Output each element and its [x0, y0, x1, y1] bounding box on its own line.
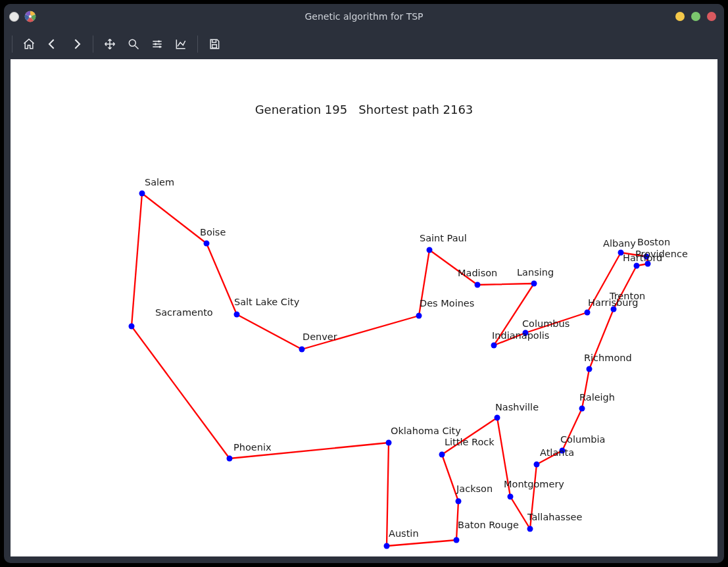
city-label: Trenton: [609, 291, 645, 301]
minimize-button[interactable]: [675, 12, 685, 21]
city-point: [587, 366, 593, 372]
city-point: [634, 263, 640, 269]
city-point: [234, 312, 240, 318]
city-point: [585, 310, 591, 316]
city-point: [416, 313, 422, 319]
city-point: [427, 247, 433, 253]
city-point: [439, 452, 445, 458]
zoom-button[interactable]: [122, 33, 145, 55]
toolbar-separator: [197, 36, 198, 53]
city-point: [579, 406, 585, 412]
city-label: Boston: [637, 237, 670, 247]
home-button[interactable]: [18, 33, 40, 55]
city-label: Madison: [458, 268, 497, 278]
city-label: Salt Lake City: [234, 297, 300, 307]
toolbar-separator: [12, 36, 12, 53]
city-label: Des Moines: [420, 298, 474, 308]
city-point: [454, 537, 460, 543]
city-point: [386, 440, 392, 446]
city-label: Columbia: [560, 434, 605, 445]
city-point: [491, 343, 497, 349]
city-point: [456, 499, 462, 505]
close-button[interactable]: [707, 12, 716, 21]
city-point: [204, 241, 210, 247]
toolbar-separator: [93, 36, 93, 53]
city-point: [299, 347, 305, 353]
city-label: Jackson: [456, 483, 493, 494]
city-label: Sacramento: [155, 307, 213, 318]
svg-point-3: [158, 40, 160, 42]
city-point: [227, 456, 233, 462]
city-label: Salem: [145, 177, 174, 187]
city-label: Hartford: [623, 253, 662, 263]
city-label: Oklahoma City: [391, 426, 461, 436]
svg-point-5: [159, 46, 161, 48]
city-point: [534, 462, 540, 468]
back-button[interactable]: [41, 33, 64, 55]
app-window: Genetic algorithm for TSP: [4, 4, 724, 563]
window-title: Genetic algorithm for TSP: [304, 11, 423, 22]
app-icon: [24, 11, 36, 22]
city-label: Tallahassee: [527, 512, 582, 522]
svg-point-4: [155, 43, 157, 45]
city-label: Phoenix: [233, 442, 272, 453]
city-point: [495, 415, 500, 421]
svg-rect-6: [212, 45, 217, 48]
save-button[interactable]: [203, 33, 226, 55]
axes-edit-button[interactable]: [170, 33, 192, 55]
svg-point-2: [129, 39, 135, 46]
city-label: Nashville: [495, 402, 539, 412]
maximize-button[interactable]: [691, 12, 700, 21]
city-label: Atlanta: [540, 447, 574, 458]
city-label: Richmond: [584, 353, 632, 363]
city-label: Montgomery: [504, 479, 564, 489]
svg-point-1: [29, 15, 32, 18]
city-label: Saint Paul: [420, 233, 467, 243]
city-label: Austin: [389, 528, 419, 539]
city-label: Albany: [603, 238, 636, 249]
city-point: [531, 281, 537, 287]
plot-canvas[interactable]: Generation 195 Shortest path 2163 SalemB…: [11, 59, 717, 556]
city-label: Denver: [303, 332, 337, 342]
window-menu-icon[interactable]: [9, 12, 19, 22]
city-point: [139, 191, 145, 197]
subplots-button[interactable]: [146, 33, 168, 55]
city-label: Little Rock: [445, 437, 495, 447]
city-point: [129, 324, 135, 330]
city-point: [475, 282, 481, 288]
matplotlib-toolbar: [4, 29, 724, 59]
tour-line: [132, 193, 648, 546]
city-point: [527, 526, 533, 532]
city-label: Boise: [200, 227, 226, 237]
tsp-plot: SalemBoiseSalt Lake CityDenverDes Moines…: [11, 59, 717, 556]
city-label: Indianapolis: [492, 330, 549, 341]
city-label: Columbus: [522, 318, 570, 329]
city-label: Baton Rouge: [458, 520, 519, 530]
city-label: Lansing: [517, 267, 554, 278]
pan-button[interactable]: [99, 33, 121, 55]
city-point: [508, 494, 514, 500]
titlebar: Genetic algorithm for TSP: [4, 4, 724, 29]
forward-button[interactable]: [65, 33, 87, 55]
city-point: [384, 543, 390, 549]
city-label: Raleigh: [579, 392, 615, 403]
